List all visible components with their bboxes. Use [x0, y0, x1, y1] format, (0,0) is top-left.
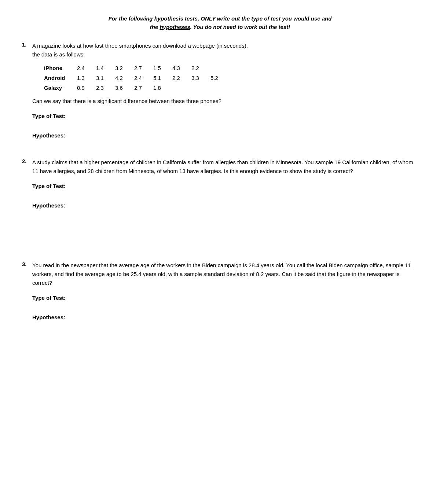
galaxy-val-1: 0.9: [77, 85, 88, 91]
question-2-hypotheses-section: Hypotheses:: [32, 202, 418, 243]
galaxy-row: Galaxy 0.9 2.3 3.6 2.7 1.8: [44, 85, 418, 91]
instructions: For the following hypothesis tests, ONLY…: [22, 15, 418, 31]
iphone-val-6: 4.3: [172, 65, 183, 71]
android-val-6: 2.2: [172, 75, 183, 81]
android-label: Android: [44, 75, 77, 81]
question-1-table: iPhone 2.4 1.4 3.2 2.7 1.5 4.3 2.2 Andro…: [44, 65, 418, 91]
iphone-val-5: 1.5: [153, 65, 164, 71]
question-2: 2. A study claims that a higher percenta…: [22, 158, 418, 243]
android-val-1: 1.3: [77, 75, 88, 81]
question-2-type-label: Type of Test:: [32, 182, 418, 191]
galaxy-val-4: 2.7: [134, 85, 145, 91]
iphone-val-2: 1.4: [96, 65, 107, 71]
question-2-number: 2.: [22, 158, 29, 164]
android-val-4: 2.4: [134, 75, 145, 81]
question-3-hypotheses-section: Hypotheses:: [32, 313, 418, 322]
galaxy-values: 0.9 2.3 3.6 2.7 1.8: [77, 85, 164, 91]
question-3-type-label: Type of Test:: [32, 294, 418, 302]
question-1-followup: Can we say that there is a significant d…: [32, 97, 418, 106]
question-3-number: 3.: [22, 261, 29, 267]
android-val-2: 3.1: [96, 75, 107, 81]
question-1: 1. A magazine looks at how fast three sm…: [22, 41, 418, 140]
instructions-line1: For the following hypothesis tests, ONLY…: [22, 15, 418, 23]
question-1-type-label: Type of Test:: [32, 112, 418, 121]
android-val-8: 5.2: [210, 75, 221, 81]
question-1-header: 1. A magazine looks at how fast three sm…: [22, 41, 418, 59]
question-1-type-section: Type of Test:: [32, 112, 418, 121]
question-3-type-section: Type of Test:: [32, 294, 418, 302]
question-2-answer-space: [32, 221, 418, 243]
question-3: 3. You read in the newspaper that the av…: [22, 261, 418, 321]
android-values: 1.3 3.1 4.2 2.4 5.1 2.2 3.3 5.2: [77, 75, 221, 81]
question-2-hypotheses-label: Hypotheses:: [32, 202, 418, 210]
question-1-hypotheses-section: Hypotheses:: [32, 132, 418, 140]
question-2-text: A study claims that a higher percentage …: [32, 158, 418, 176]
question-1-text: A magazine looks at how fast three smart…: [32, 41, 248, 59]
android-val-7: 3.3: [191, 75, 202, 81]
hypotheses-underline: hypotheses: [160, 24, 190, 30]
instructions-line2-rest: You do not need to work out the test!: [193, 24, 290, 30]
question-2-type-section: Type of Test:: [32, 182, 418, 191]
question-3-hypotheses-label: Hypotheses:: [32, 313, 418, 322]
galaxy-val-2: 2.3: [96, 85, 107, 91]
iphone-label: iPhone: [44, 65, 77, 71]
iphone-val-3: 3.2: [115, 65, 126, 71]
iphone-val-7: 2.2: [191, 65, 202, 71]
galaxy-val-5: 1.8: [153, 85, 164, 91]
android-val-3: 4.2: [115, 75, 126, 81]
android-val-5: 5.1: [153, 75, 164, 81]
galaxy-val-3: 3.6: [115, 85, 126, 91]
question-1-hypotheses-label: Hypotheses:: [32, 132, 418, 140]
iphone-val-4: 2.7: [134, 65, 145, 71]
galaxy-label: Galaxy: [44, 85, 77, 91]
instructions-line2: the hypotheses. You do not need to work …: [22, 23, 418, 32]
iphone-val-1: 2.4: [77, 65, 88, 71]
question-2-header: 2. A study claims that a higher percenta…: [22, 158, 418, 176]
question-3-header: 3. You read in the newspaper that the av…: [22, 261, 418, 287]
android-row: Android 1.3 3.1 4.2 2.4 5.1 2.2 3.3 5.2: [44, 75, 418, 81]
iphone-row: iPhone 2.4 1.4 3.2 2.7 1.5 4.3 2.2: [44, 65, 418, 71]
iphone-values: 2.4 1.4 3.2 2.7 1.5 4.3 2.2: [77, 65, 202, 71]
question-3-text: You read in the newspaper that the avera…: [32, 261, 418, 287]
question-1-number: 1.: [22, 41, 29, 48]
